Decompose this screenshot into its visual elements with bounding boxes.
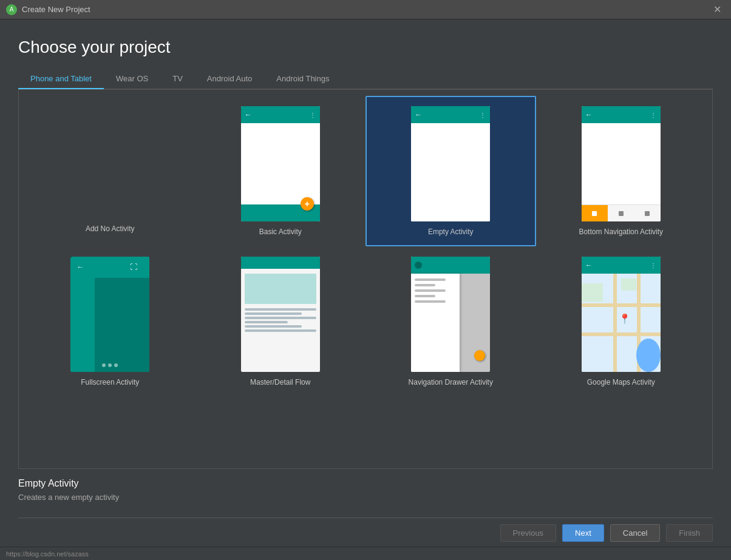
google-maps-preview: ← ⋮	[582, 257, 661, 372]
card-label-basic-activity: Basic Activity	[259, 228, 302, 236]
nav-icon: ←	[76, 263, 84, 271]
tab-phone-tablet[interactable]: Phone and Tablet	[18, 69, 104, 89]
selected-activity-description: Creates a new empty activity	[18, 493, 713, 502]
basic-body	[241, 123, 320, 204]
back-arrow-icon: ←	[245, 110, 252, 119]
title-bar-left: A Create New Project	[6, 4, 90, 15]
nav-item-icon-3	[645, 211, 650, 216]
card-fullscreen-activity[interactable]: ← ⛶ Fullscreen Activity	[25, 246, 195, 397]
back-arrow-icon: ←	[415, 110, 422, 119]
description-area: Empty Activity Creates a new empty activ…	[18, 469, 713, 518]
drawer-item-1	[415, 278, 446, 281]
card-label-nav-drawer: Navigation Drawer Activity	[409, 378, 493, 386]
bottom-nav-top-bar: ← ⋮	[582, 106, 661, 123]
footer: Previous Next Cancel Finish	[18, 518, 713, 548]
finish-button[interactable]: Finish	[666, 524, 713, 542]
fullscreen-activity-preview: ← ⛶	[70, 257, 149, 372]
title-bar: A Create New Project ✕	[0, 0, 731, 19]
activity-grid: Add No Activity ← ⋮ + Basic Activity	[19, 90, 712, 403]
masterdetail-top-bar	[241, 257, 320, 269]
tab-wear-os[interactable]: Wear OS	[104, 69, 160, 89]
list-line-1	[245, 308, 316, 311]
basic-mockup: ← ⋮ +	[241, 106, 320, 221]
map-land-1	[582, 283, 603, 302]
drawer-item-3	[415, 289, 446, 292]
dot-2	[108, 363, 112, 367]
nav-item-icon-1	[592, 211, 597, 216]
map-pin-icon: 📍	[619, 313, 631, 325]
map-area: 📍	[582, 274, 661, 372]
drawer-item-4	[415, 295, 435, 297]
list-line-3	[245, 317, 316, 319]
basic-activity-preview: ← ⋮ +	[241, 106, 320, 221]
no-activity-placeholder	[70, 109, 149, 224]
master-detail-preview	[241, 257, 320, 372]
nav-circle	[415, 261, 422, 269]
empty-activity-preview: ← ⋮	[411, 106, 490, 221]
empty-body	[411, 123, 490, 221]
road-v-1	[613, 274, 617, 372]
card-add-no-activity[interactable]: Add No Activity	[25, 96, 195, 246]
bottom-nav-activity-preview: ← ⋮	[582, 106, 661, 221]
card-nav-drawer-activity[interactable]: Navigation Drawer Activity	[365, 246, 536, 397]
googlemaps-mockup: ← ⋮	[582, 257, 661, 372]
list-line-5	[245, 325, 302, 328]
dot-3	[114, 363, 118, 367]
bottom-nav-mockup: ← ⋮	[582, 106, 661, 221]
tab-android-things[interactable]: Android Things	[264, 69, 341, 89]
selected-activity-title: Empty Activity	[18, 478, 713, 489]
fullscreen-mockup: ← ⛶	[70, 257, 149, 372]
list-line-4	[245, 321, 288, 323]
navdrawer-top-bar	[411, 257, 490, 274]
detail-box	[245, 274, 316, 304]
nav-item-icon-2	[619, 211, 624, 216]
nav-drawer	[411, 274, 460, 372]
card-basic-activity[interactable]: ← ⋮ + Basic Activity	[195, 96, 366, 246]
title-bar-title: Create New Project	[22, 5, 90, 14]
expand-icon: ⛶	[130, 263, 137, 271]
masterdetail-content	[241, 269, 320, 337]
previous-button[interactable]: Previous	[500, 524, 557, 542]
bottom-nav-item-2	[608, 205, 634, 221]
tab-android-auto[interactable]: Android Auto	[195, 69, 264, 89]
road-h-2	[582, 332, 661, 336]
card-label-master-detail: Master/Detail Flow	[250, 378, 310, 386]
bottom-nav-body	[582, 123, 661, 204]
back-arrow-icon: ←	[585, 110, 593, 119]
card-bottom-nav-activity[interactable]: ← ⋮	[536, 96, 707, 246]
nav-drawer-preview	[411, 257, 490, 372]
card-label-fullscreen-activity: Fullscreen Activity	[81, 378, 139, 386]
bottom-nav-item-1	[582, 205, 608, 221]
cancel-button[interactable]: Cancel	[610, 524, 660, 542]
status-url: https://blog.csdn.net/sazass	[6, 550, 89, 558]
maps-top-bar: ← ⋮	[582, 257, 661, 274]
inner-phone	[95, 278, 149, 372]
next-button[interactable]: Next	[562, 524, 604, 542]
bottom-nav-bar	[582, 204, 661, 221]
page-title: Choose your project	[18, 38, 713, 57]
bottom-nav-item-3	[634, 205, 660, 221]
tab-tv[interactable]: TV	[160, 69, 195, 89]
close-button[interactable]: ✕	[710, 2, 725, 16]
back-arrow-icon: ←	[585, 261, 593, 269]
menu-dots-icon: ⋮	[650, 262, 657, 269]
empty-top-bar: ← ⋮	[411, 106, 490, 123]
fab-icon: +	[301, 197, 314, 211]
empty-mockup: ← ⋮	[411, 106, 490, 221]
card-master-detail-flow[interactable]: Master/Detail Flow	[195, 246, 366, 397]
card-label-bottom-nav-activity: Bottom Navigation Activity	[579, 228, 663, 236]
masterdetail-mockup	[241, 257, 320, 372]
list-line-6	[245, 329, 316, 332]
dot-1	[102, 363, 106, 367]
road-h-1	[582, 303, 661, 307]
card-label-google-maps: Google Maps Activity	[587, 378, 655, 386]
menu-dots-icon: ⋮	[650, 112, 657, 118]
menu-dots-icon: ⋮	[310, 112, 316, 118]
card-google-maps-activity[interactable]: ← ⋮	[536, 246, 707, 397]
card-label-empty-activity: Empty Activity	[428, 228, 474, 236]
status-bar: https://blog.csdn.net/sazass	[0, 547, 731, 560]
bottom-dots	[102, 363, 118, 367]
drawer-item-2	[415, 284, 435, 286]
basic-top-bar: ← ⋮	[241, 106, 320, 123]
card-empty-activity[interactable]: ← ⋮ Empty Activity	[365, 96, 536, 246]
